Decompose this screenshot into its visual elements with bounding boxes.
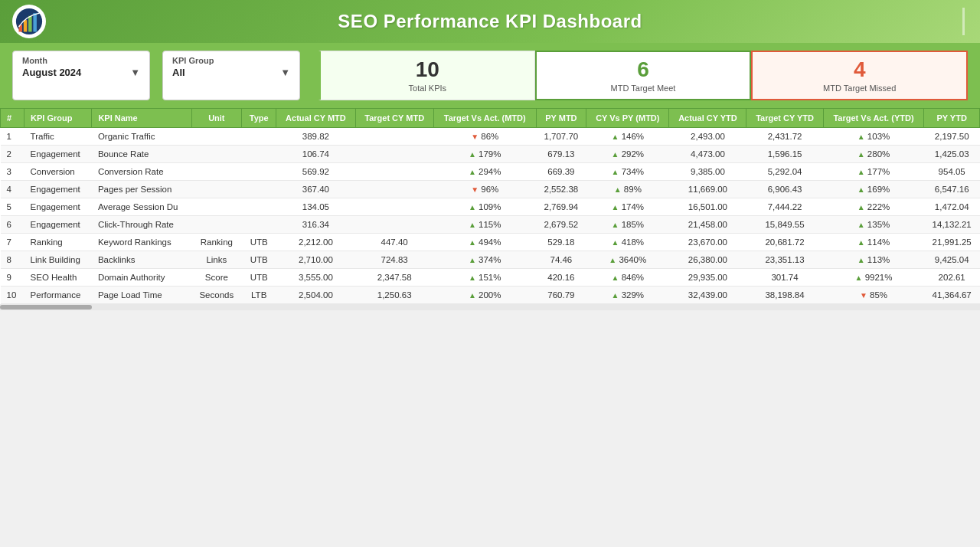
cell-num: 2 — [1, 145, 24, 162]
mtd-missed-value: 4 — [854, 58, 866, 82]
cell-actual-ytd: 4,473.00 — [669, 145, 746, 162]
kpi-summary-cards: 10 Total KPIs 6 MTD Target Meet 4 MTD Ta… — [318, 51, 968, 100]
cell-py-ytd: 41,364.67 — [924, 286, 980, 303]
cell-type — [242, 162, 276, 180]
cell-target-cy: 724.83 — [355, 251, 433, 268]
cy-vs-py-arrow-icon: ▲ — [612, 133, 619, 141]
cell-unit: Ranking — [191, 233, 242, 251]
cell-py-ytd: 21,991.25 — [924, 233, 980, 251]
cell-tvsa: ▲ 109% — [433, 198, 536, 215]
col-target-cy: Target CY MTD — [355, 108, 433, 127]
table-row[interactable]: 5 Engagement Average Session Du 134.05 ▲… — [1, 198, 980, 215]
cell-num: 5 — [1, 198, 24, 215]
kpi-group-select[interactable]: All ▼ — [172, 67, 290, 78]
cell-unit: Score — [191, 268, 242, 286]
cell-num: 7 — [1, 233, 24, 251]
horizontal-scrollbar[interactable] — [0, 304, 980, 310]
table-row[interactable]: 4 Engagement Pages per Session 367.40 ▼ … — [1, 180, 980, 198]
cy-vs-py-arrow-icon: ▲ — [612, 291, 619, 300]
tvsa-arrow-up-icon: ▲ — [469, 256, 476, 264]
company-logo — [12, 5, 46, 38]
tvsa-ytd-arrow-icon: ▲ — [858, 185, 865, 194]
cy-vs-py-arrow-icon: ▲ — [612, 150, 619, 159]
cell-target-ytd: 38,198.84 — [746, 286, 823, 303]
table-row[interactable]: 2 Engagement Bounce Rate 106.74 ▲ 179% 6… — [1, 145, 980, 162]
table-header-row: # KPI Group KPI Name Unit Type Actual CY… — [1, 108, 980, 127]
cell-name: Organic Traffic — [92, 127, 191, 145]
month-select[interactable]: August 2024 ▼ — [22, 67, 140, 78]
cell-cy-vs-py: ▲ 292% — [586, 145, 669, 162]
table-row[interactable]: 9 SEO Health Domain Authority Score UTB … — [1, 268, 980, 286]
mtd-meet-label: MTD Target Meet — [611, 84, 676, 93]
cell-actual-ytd: 9,385.00 — [669, 162, 746, 180]
tvsa-arrow-up-icon: ▲ — [469, 150, 476, 159]
cell-tvsa-ytd: ▲ 135% — [823, 215, 924, 233]
tvsa-arrow-up-icon: ▲ — [469, 291, 476, 300]
table-row[interactable]: 8 Link Building Backlinks Links UTB 2,71… — [1, 251, 980, 268]
total-kpis-value: 10 — [416, 58, 439, 82]
table-row[interactable]: 1 Traffic Organic Traffic 389.82 ▼ 86% 1… — [1, 127, 980, 145]
cell-target-cy: 447.40 — [355, 233, 433, 251]
svg-rect-3 — [28, 16, 32, 32]
cell-actual-cy: 316.34 — [276, 215, 355, 233]
cell-group: Engagement — [24, 215, 92, 233]
cell-unit — [191, 180, 242, 198]
table-wrapper: # KPI Group KPI Name Unit Type Actual CY… — [0, 108, 980, 304]
cell-type — [242, 145, 276, 162]
cell-py-ytd: 2,197.50 — [924, 127, 980, 145]
table-row[interactable]: 7 Ranking Keyword Rankings Ranking UTB 2… — [1, 233, 980, 251]
cell-target-ytd: 23,351.13 — [746, 251, 823, 268]
table-row[interactable]: 6 Engagement Click-Through Rate 316.34 ▲… — [1, 215, 980, 233]
cell-target-ytd: 6,906.43 — [746, 180, 823, 198]
table-row[interactable]: 10 Performance Page Load Time Seconds LT… — [1, 286, 980, 303]
cell-cy-vs-py: ▲ 146% — [586, 127, 669, 145]
total-kpis-card: 10 Total KPIs — [318, 51, 535, 100]
cell-py-mtd: 529.18 — [536, 233, 586, 251]
month-filter[interactable]: Month August 2024 ▼ — [12, 51, 150, 100]
svg-rect-2 — [24, 20, 28, 31]
tvsa-ytd-arrow-icon: ▲ — [858, 238, 865, 247]
cell-tvsa-ytd: ▲ 103% — [823, 127, 924, 145]
cy-vs-py-arrow-icon: ▲ — [612, 274, 619, 282]
cell-type — [242, 180, 276, 198]
col-py-mtd: PY MTD — [536, 108, 586, 127]
tvsa-arrow-down-icon: ▼ — [471, 185, 479, 194]
cell-actual-cy: 2,504.00 — [276, 286, 355, 303]
cell-num: 8 — [1, 251, 24, 268]
cell-py-ytd: 6,547.16 — [924, 180, 980, 198]
cell-group: Engagement — [24, 145, 92, 162]
cell-num: 10 — [1, 286, 24, 303]
cell-target-cy — [355, 215, 433, 233]
main-content: # KPI Group KPI Name Unit Type Actual CY… — [0, 108, 980, 304]
tvsa-arrow-down-icon: ▼ — [471, 133, 479, 141]
cy-vs-py-arrow-icon: ▲ — [612, 168, 619, 176]
cell-tvsa-ytd: ▲ 177% — [823, 162, 924, 180]
cell-name: Conversion Rate — [92, 162, 191, 180]
col-kpi-name: KPI Name — [92, 108, 191, 127]
month-value: August 2024 — [22, 67, 81, 78]
col-unit: Unit — [191, 108, 242, 127]
cell-num: 6 — [1, 215, 24, 233]
cell-py-mtd: 420.16 — [536, 268, 586, 286]
kpi-group-filter[interactable]: KPI Group All ▼ — [162, 51, 300, 100]
tvsa-ytd-arrow-down-icon: ▼ — [860, 291, 867, 300]
mtd-meet-card: 6 MTD Target Meet — [535, 51, 752, 100]
cell-group: Engagement — [24, 198, 92, 215]
cell-actual-cy: 569.92 — [276, 162, 355, 180]
cell-actual-cy: 3,555.00 — [276, 268, 355, 286]
cell-cy-vs-py: ▲ 185% — [586, 215, 669, 233]
header-divider — [962, 8, 965, 35]
cell-type — [242, 198, 276, 215]
cell-actual-ytd: 2,493.00 — [669, 127, 746, 145]
scrollbar-thumb[interactable] — [0, 305, 92, 310]
kpi-group-value: All — [172, 67, 185, 78]
table-row[interactable]: 3 Conversion Conversion Rate 569.92 ▲ 29… — [1, 162, 980, 180]
tvsa-ytd-arrow-icon: ▲ — [858, 150, 865, 159]
kpi-group-chevron-icon: ▼ — [280, 67, 290, 78]
cell-cy-vs-py: ▲ 418% — [586, 233, 669, 251]
cell-actual-ytd: 26,380.00 — [669, 251, 746, 268]
cell-actual-ytd: 11,669.00 — [669, 180, 746, 198]
cell-py-ytd: 14,132.21 — [924, 215, 980, 233]
cell-py-mtd: 669.39 — [536, 162, 586, 180]
cell-type: UTB — [242, 268, 276, 286]
